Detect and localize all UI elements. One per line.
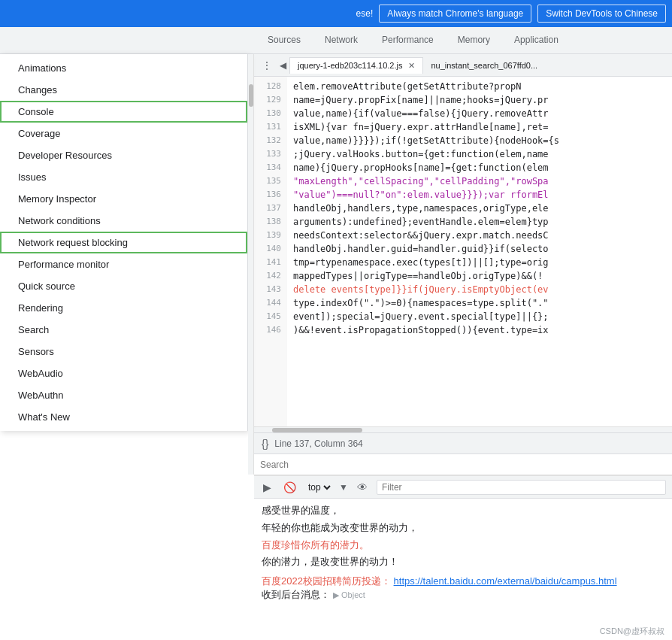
tab-performance[interactable]: Performance <box>370 29 446 53</box>
tab-sources[interactable]: Sources <box>256 29 313 53</box>
tab-memory[interactable]: Memory <box>446 29 502 53</box>
menu-item-network-request-blocking[interactable]: Network request blocking <box>0 232 247 253</box>
eye-button[interactable]: 👁 <box>354 480 371 495</box>
console-filter-input[interactable] <box>377 480 666 495</box>
menu-item-memory-inspector[interactable]: Memory Inspector <box>0 188 247 210</box>
switch-devtools-button[interactable]: Switch DevTools to Chinese <box>537 5 666 23</box>
line-numbers: 1281291301311321331341351361371381391401… <box>254 77 287 426</box>
devtools-tab-bar: Sources Network Performance Memory Appli… <box>0 27 672 54</box>
menu-item-performance-monitor[interactable]: Performance monitor <box>0 253 247 275</box>
console-link-prefix: 百度2022校园招聘简历投递： <box>262 575 391 587</box>
console-link-line: 百度2022校园招聘简历投递： https://talent.baidu.com… <box>262 575 664 588</box>
right-panel: ⋮ ◀ jquery-1-edb203c114.10.2.js ✕ nu_ins… <box>254 54 672 640</box>
cursor-position: Line 137, Column 364 <box>274 438 362 449</box>
main-area: Animations Changes Console Coverage Deve… <box>0 54 672 640</box>
menu-item-console[interactable]: Console <box>0 101 247 123</box>
tab-application[interactable]: Application <box>502 29 571 53</box>
menu-item-coverage[interactable]: Coverage <box>0 123 247 144</box>
status-bar: {} Line 137, Column 364 <box>254 432 672 453</box>
stop-button[interactable]: 🚫 <box>280 480 299 495</box>
console-line-1: 感受世界的温度， <box>262 503 664 519</box>
dropdown-arrow-icon: ▼ <box>339 482 348 493</box>
more-tools-dropdown: Animations Changes Console Coverage Deve… <box>0 54 248 431</box>
console-toolbar: ▶ 🚫 top ▼ 👁 <box>254 476 672 499</box>
file-tab-bar: ⋮ ◀ jquery-1-edb203c114.10.2.js ✕ nu_ins… <box>254 54 672 77</box>
console-object-line: 收到后台消息： ▶ Object <box>262 588 664 602</box>
code-content: elem.removeAttribute(getSetAttribute?pro… <box>287 77 672 426</box>
file-tab-nu-instant-label: nu_instant_search_067ffd0... <box>431 61 537 70</box>
search-bar <box>254 453 672 475</box>
console-line-3: 百度珍惜你所有的潜力。 <box>262 538 664 554</box>
code-editor: 1281291301311321331341351361371381391401… <box>254 77 672 426</box>
console-panel: ▶ 🚫 top ▼ 👁 感受世界的温度， 年轻的你也能成为改变世界的动力， 百度… <box>254 475 672 640</box>
menu-item-quick-source[interactable]: Quick source <box>0 275 247 297</box>
navigate-back-button[interactable]: ◀ <box>277 60 289 71</box>
watermark: CSDN@虚环叔叔 <box>600 626 664 637</box>
notification-text: ese! <box>356 8 374 19</box>
match-language-button[interactable]: Always match Chrome's language <box>379 5 531 23</box>
menu-item-rendering[interactable]: Rendering <box>0 297 247 319</box>
file-tab-jquery-label: jquery-1-edb203c114.10.2.js <box>298 61 402 70</box>
expand-object-icon[interactable]: ▶ Object <box>333 590 365 600</box>
tab-network[interactable]: Network <box>313 29 370 53</box>
menu-item-webauthn[interactable]: WebAuthn <box>0 384 247 406</box>
context-selector[interactable]: top <box>305 481 333 493</box>
left-scrollbar[interactable] <box>248 54 254 475</box>
console-object-prefix: 收到后台消息： <box>262 588 330 602</box>
search-input[interactable] <box>260 460 666 470</box>
menu-item-webaudio[interactable]: WebAudio <box>0 362 247 384</box>
horizontal-scrollbar[interactable] <box>254 426 672 432</box>
format-icon[interactable]: {} <box>262 438 268 450</box>
menu-item-whats-new[interactable]: What's New <box>0 406 247 428</box>
clear-console-button[interactable]: ▶ <box>260 480 274 495</box>
menu-item-sensors[interactable]: Sensors <box>0 341 247 362</box>
file-tab-jquery[interactable]: jquery-1-edb203c114.10.2.js ✕ <box>289 57 423 74</box>
notification-bar: ese! Always match Chrome's language Swit… <box>0 0 672 27</box>
panel-dots-button[interactable]: ⋮ <box>257 58 277 73</box>
file-tab-nu-instant[interactable]: nu_instant_search_067ffd0... <box>423 57 545 73</box>
close-file-tab-jquery[interactable]: ✕ <box>408 61 415 71</box>
console-line-2: 年轻的你也能成为改变世界的动力， <box>262 520 664 536</box>
scrollbar-thumb[interactable] <box>272 428 362 432</box>
menu-item-developer-resources[interactable]: Developer Resources <box>0 144 247 166</box>
menu-item-network-conditions[interactable]: Network conditions <box>0 210 247 232</box>
console-output: 感受世界的温度， 年轻的你也能成为改变世界的动力， 百度珍惜你所有的潜力。 你的… <box>254 499 672 640</box>
console-line-4: 你的潜力，是改变世界的动力！ <box>262 554 664 570</box>
menu-item-changes[interactable]: Changes <box>0 79 247 101</box>
console-link-url[interactable]: https://talent.baidu.com/external/baidu/… <box>394 575 617 587</box>
menu-item-search[interactable]: Search <box>0 319 247 341</box>
menu-item-animations[interactable]: Animations <box>0 57 247 79</box>
menu-item-issues[interactable]: Issues <box>0 166 247 188</box>
